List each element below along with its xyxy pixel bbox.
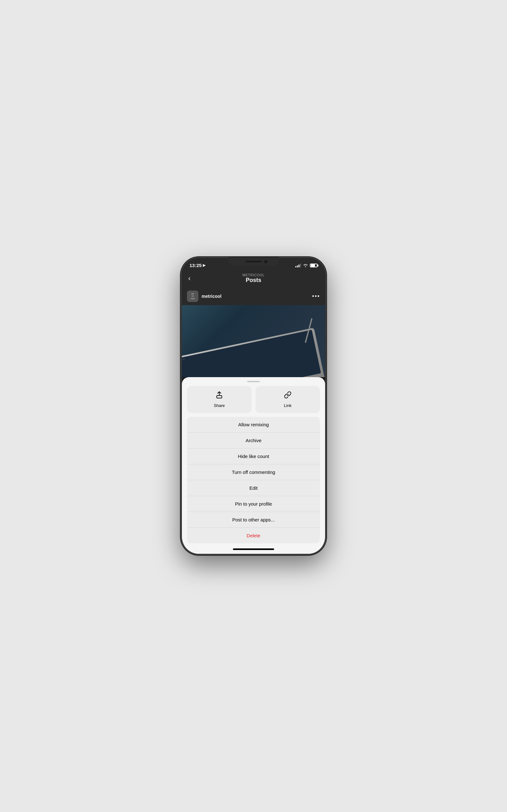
post-user: me tri cool metricool <box>187 291 222 302</box>
laptop-screen: metricool <box>182 330 321 377</box>
link-button[interactable]: Link <box>256 386 320 413</box>
share-button[interactable]: Share <box>187 386 251 413</box>
post-header: me tri cool metricool ••• <box>182 287 325 305</box>
link-icon <box>284 391 291 401</box>
post-image: metricool <box>182 305 325 377</box>
battery-fill <box>311 264 315 267</box>
username: metricool <box>202 294 222 299</box>
wifi-icon <box>303 263 308 268</box>
sheet-handle-area <box>182 377 325 385</box>
location-icon: ▶ <box>203 263 205 267</box>
more-options-button[interactable]: ••• <box>312 293 320 300</box>
delete-item[interactable]: Delete <box>187 528 320 543</box>
signal-bar-2 <box>297 265 298 267</box>
archive-item[interactable]: Archive <box>187 433 320 448</box>
phone-wrapper: 13:25 ▶ <box>177 254 330 558</box>
back-button[interactable]: ‹ <box>188 274 190 283</box>
pin-to-profile-item[interactable]: Pin to your profile <box>187 496 320 512</box>
nav-bar: ‹ METRICOOL Posts <box>182 270 325 287</box>
bottom-sheet: Share Link <box>182 377 325 554</box>
signal-strength <box>295 264 301 267</box>
sheet-handle <box>247 381 260 382</box>
svg-rect-0 <box>217 396 222 398</box>
signal-bar-4 <box>300 264 301 267</box>
hide-like-count-item[interactable]: Hide like count <box>187 449 320 464</box>
nav-subtitle: METRICOOL <box>242 273 265 277</box>
notch <box>228 257 279 266</box>
phone-screen: 13:25 ▶ <box>182 258 325 554</box>
speaker <box>245 261 262 262</box>
avatar: me tri cool <box>187 291 199 302</box>
home-bar <box>233 548 274 550</box>
share-icon <box>216 391 223 401</box>
laptop-image: metricool <box>182 328 325 377</box>
share-label: Share <box>214 403 225 408</box>
sheet-content: Share Link <box>182 385 325 546</box>
link-label: Link <box>284 403 291 408</box>
action-buttons-row: Share Link <box>187 386 320 413</box>
signal-bar-1 <box>295 266 296 267</box>
allow-remixing-item[interactable]: Allow remixing <box>187 417 320 432</box>
battery-icon <box>310 264 318 267</box>
status-icons <box>295 263 318 268</box>
status-time: 13:25 ▶ <box>189 263 205 268</box>
home-indicator-area <box>182 546 325 554</box>
signal-bar-3 <box>298 264 299 267</box>
camera <box>264 260 268 263</box>
nav-title: Posts <box>242 277 265 284</box>
post-to-other-apps-item[interactable]: Post to other apps... <box>187 512 320 527</box>
phone-frame: 13:25 ▶ <box>181 257 326 555</box>
turn-off-commenting-item[interactable]: Turn off commenting <box>187 464 320 480</box>
edit-item[interactable]: Edit <box>187 480 320 496</box>
time-display: 13:25 <box>189 263 202 268</box>
nav-title-area: METRICOOL Posts <box>242 273 265 284</box>
menu-group: Allow remixing Archive Hide like count T… <box>187 417 320 543</box>
